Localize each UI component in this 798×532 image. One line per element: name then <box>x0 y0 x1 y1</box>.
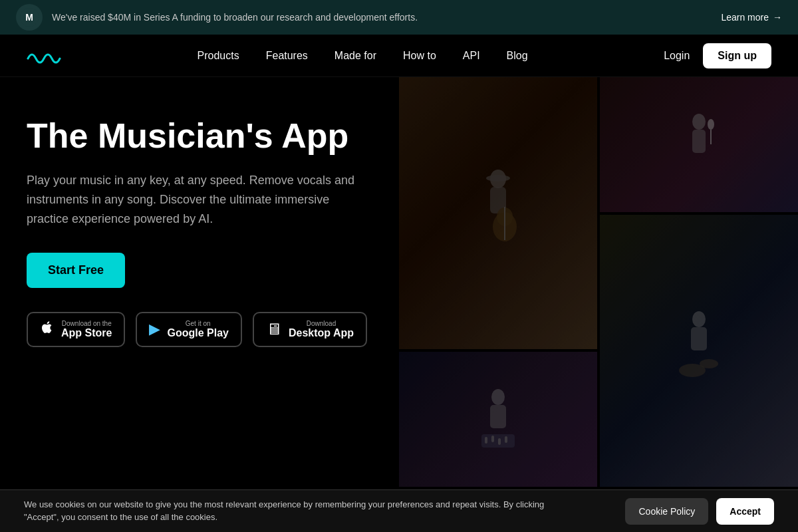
google-play-button[interactable]: ▶ Get it on Google Play <box>136 312 241 347</box>
hero-image-grid <box>399 77 798 489</box>
nav-logo[interactable] <box>27 45 61 66</box>
banner-logo-icon: M <box>16 4 43 31</box>
svg-rect-20 <box>491 436 494 442</box>
svg-point-8 <box>692 114 706 130</box>
hero-description: Play your music in any key, at any speed… <box>27 171 372 228</box>
svg-text:M: M <box>25 12 33 23</box>
learn-more-label: Learn more <box>721 12 769 23</box>
app-store-labels: Download on the App Store <box>61 320 112 339</box>
hero-content: The Musician's App Play your music in an… <box>0 77 399 489</box>
accept-button[interactable]: Accept <box>716 498 774 525</box>
cookie-banner: We use cookies on our website to give yo… <box>0 489 798 532</box>
google-play-labels: Get it on Google Play <box>167 320 228 339</box>
image-guitarist-main <box>399 77 597 349</box>
desktop-app-main: Desktop App <box>289 327 354 339</box>
hero-section: The Musician's App Play your music in an… <box>0 77 798 489</box>
cookie-policy-button[interactable]: Cookie Policy <box>625 498 708 525</box>
apple-icon <box>40 320 55 338</box>
google-play-top: Get it on <box>167 320 228 327</box>
svg-rect-22 <box>505 436 507 443</box>
svg-rect-13 <box>691 327 707 350</box>
nav-item-products[interactable]: Products <box>198 50 239 62</box>
app-store-button[interactable]: Download on the App Store <box>27 312 125 347</box>
desktop-app-labels: Download Desktop App <box>289 320 354 339</box>
play-icon: ▶ <box>149 321 160 338</box>
svg-point-10 <box>708 119 714 130</box>
learn-more-link[interactable]: Learn more → <box>721 12 782 23</box>
desktop-app-button[interactable]: 🖥 Download Desktop App <box>253 312 367 347</box>
nav-actions: Login Sign up <box>664 43 771 68</box>
svg-rect-17 <box>490 405 506 428</box>
desktop-icon: 🖥 <box>266 320 282 338</box>
vocalist-figure <box>600 77 798 212</box>
cookie-actions: Cookie Policy Accept <box>625 498 774 525</box>
nav-item-made-for[interactable]: Made for <box>334 50 376 62</box>
top-banner: M We've raised $40M in Series A funding … <box>0 0 798 35</box>
nav-item-api[interactable]: API <box>463 50 480 62</box>
svg-rect-19 <box>485 437 487 444</box>
drummer-figure <box>600 215 798 487</box>
svg-point-12 <box>692 311 706 327</box>
svg-rect-9 <box>692 130 706 153</box>
app-store-main: App Store <box>61 327 112 339</box>
app-store-top: Download on the <box>61 320 112 327</box>
svg-rect-21 <box>498 438 501 445</box>
banner-text: We've raised $40M in Series A funding to… <box>52 12 418 23</box>
guitarist-figure <box>399 77 597 349</box>
nav-item-how-to[interactable]: How to <box>403 50 436 62</box>
image-drummer <box>600 215 798 487</box>
svg-point-3 <box>486 175 510 182</box>
arrow-icon: → <box>773 12 782 23</box>
producer-figure <box>399 352 597 487</box>
download-buttons: Download on the App Store ▶ Get it on Go… <box>27 312 372 347</box>
svg-point-15 <box>700 359 718 368</box>
cookie-text: We use cookies on our website to give yo… <box>24 499 569 523</box>
login-button[interactable]: Login <box>664 50 690 62</box>
desktop-app-top: Download <box>289 320 354 327</box>
nav-item-blog[interactable]: Blog <box>507 50 528 62</box>
image-producer <box>399 352 597 487</box>
image-vocalist <box>600 77 798 212</box>
banner-left: M We've raised $40M in Series A funding … <box>16 4 418 31</box>
svg-point-16 <box>491 389 505 405</box>
google-play-main: Google Play <box>167 327 228 339</box>
start-free-button[interactable]: Start Free <box>27 253 125 288</box>
nav-links: Products Features Made for How to API Bl… <box>198 50 528 62</box>
main-nav: Products Features Made for How to API Bl… <box>0 35 798 77</box>
hero-title: The Musician's App <box>27 117 372 155</box>
signup-button[interactable]: Sign up <box>703 43 771 68</box>
nav-item-features[interactable]: Features <box>266 50 308 62</box>
